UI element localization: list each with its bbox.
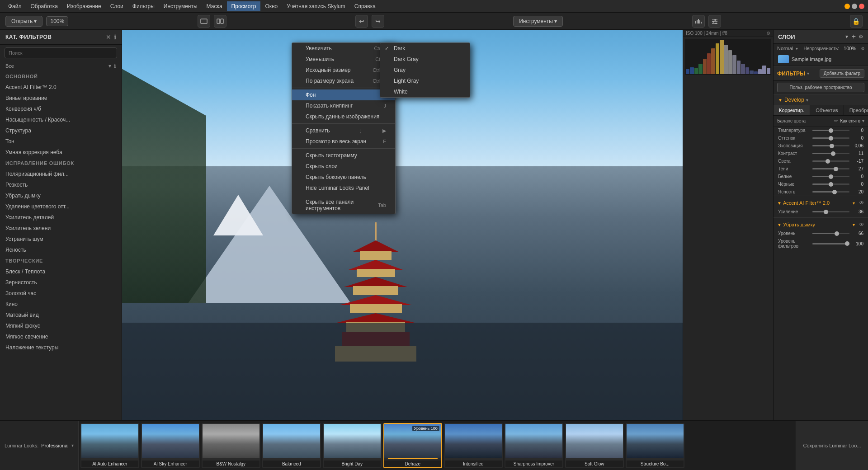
filter-item-grain[interactable]: Зернистость [0, 277, 122, 288]
sliders-icon[interactable] [708, 15, 721, 28]
layer-row[interactable]: Sample image.jpg [774, 53, 868, 66]
opacity-settings-icon[interactable]: ⚙ [861, 46, 865, 51]
filter-category-label[interactable]: Все [5, 63, 14, 69]
filter-item-soft-glow[interactable]: Мягкое свечение [0, 331, 122, 342]
filter-item-saturation[interactable]: Насыщенность / Красоч... [0, 114, 122, 125]
tab-correct[interactable]: Корректир. [774, 105, 810, 115]
accent-expand-icon[interactable]: ▾ [853, 201, 855, 206]
slider-shadows-track[interactable] [812, 168, 849, 169]
accent-filter-header[interactable]: ▼ Accent AI Filter™ 2.0 ▾ 👁 [774, 198, 868, 208]
menu-filtry[interactable]: Фильтры [128, 1, 159, 11]
histogram-settings-icon[interactable]: ⚙ [766, 31, 770, 36]
dehaze-visibility-icon[interactable]: 👁 [859, 221, 864, 228]
filter-catalog-info-icon[interactable]: ℹ [114, 33, 116, 41]
filter-item-sky[interactable]: Умная коррекция неба [0, 147, 122, 158]
menu-show-clipping[interactable]: Показать клиппинг J [292, 100, 395, 111]
filter-item-texture[interactable]: Наложение текстуры [0, 342, 122, 353]
filmstrip-save-button[interactable]: Сохранить Luminar Loo... [796, 421, 868, 470]
filter-item-clarity[interactable]: Ясность [0, 244, 122, 255]
filter-item-vignette[interactable]: Виньетирование [0, 93, 122, 103]
slider-contrast-track[interactable] [812, 153, 849, 154]
menu-okno[interactable]: Окно [260, 1, 282, 11]
tools-button[interactable]: Инструменты ▾ [513, 16, 563, 27]
redo-icon[interactable]: ↪ [372, 15, 384, 28]
slider-blacks-track[interactable] [812, 183, 849, 185]
filmstrip-item-auto-enhancer[interactable]: Al Auto Enhancer [80, 423, 139, 468]
dehaze-filter-level-track[interactable] [812, 243, 849, 244]
filter-category-info-icon[interactable]: ℹ [114, 63, 116, 69]
menu-obrabotka[interactable]: Обработка [26, 1, 63, 11]
fon-dark-gray[interactable]: Dark Gray [380, 54, 470, 65]
menu-prosmotr[interactable]: Просмотр [227, 1, 261, 11]
menu-hide-layers[interactable]: Скрыть слои [292, 161, 395, 172]
slider-temperature-track[interactable] [812, 130, 849, 131]
filter-item-color-remove[interactable]: Удаление цветового отт... [0, 201, 122, 212]
filter-item-sharpness[interactable]: Резкость [0, 179, 122, 190]
filmstrip-item-bw-nostalgy[interactable]: B&W Nostalgy [202, 423, 260, 468]
filmstrip-item-soft-glow[interactable]: Soft Glow [565, 423, 624, 468]
filter-item-glow-warmth[interactable]: Блеск / Теплота [0, 266, 122, 277]
add-filter-button[interactable]: Добавить фильтр [820, 69, 864, 78]
fon-dark[interactable]: Dark [380, 43, 470, 54]
develop-expand-icon[interactable]: ▾ [806, 98, 808, 103]
layers-settings-icon[interactable]: ⚙ [859, 33, 863, 40]
dehaze-expand-icon[interactable]: ▾ [853, 222, 855, 227]
menu-maska[interactable]: Маска [202, 1, 227, 11]
filter-catalog-close-icon[interactable]: ✕ [106, 33, 111, 41]
menu-fullscreen[interactable]: Просмотр во весь экран F [292, 136, 395, 147]
slider-oттенок-track[interactable] [812, 137, 849, 139]
filter-item-accent-ai[interactable]: Accent AI Filter™ 2.0 [0, 82, 122, 93]
filter-item-dehaze[interactable]: Убрать дымку [0, 190, 122, 201]
menu-izobrazhenie[interactable]: Изображение [62, 1, 106, 11]
menu-spravka[interactable]: Справка [350, 1, 380, 11]
filmstrip-item-sharpness[interactable]: Sharpness Improver [505, 423, 563, 468]
filmstrip-item-sky-enhancer[interactable]: Al Sky Enhancer [141, 423, 200, 468]
histogram-icon[interactable] [692, 15, 705, 28]
fon-gray[interactable]: Gray [380, 65, 470, 75]
filter-category-expand-icon[interactable]: ▾ [108, 63, 111, 69]
accent-strength-track[interactable] [812, 211, 849, 212]
window-control-max[interactable] [852, 4, 857, 9]
balance-expand-icon[interactable]: ▾ [862, 118, 864, 123]
fon-light-gray[interactable]: Light Gray [380, 75, 470, 86]
layers-add-icon[interactable]: + [852, 33, 856, 41]
filter-item-cinema[interactable]: Кино [0, 299, 122, 310]
accent-visibility-icon[interactable]: 👁 [859, 200, 864, 206]
zoom-display[interactable]: 100% [46, 16, 68, 26]
filter-item-detail-enhance[interactable]: Усилитель деталей [0, 212, 122, 223]
balance-edit-icon[interactable]: ✏ [834, 118, 838, 124]
filmstrip-active-category[interactable]: Professional [41, 443, 69, 448]
filter-item-denoise[interactable]: Устранить шум [0, 234, 122, 244]
filter-item-matte[interactable]: Матовый вид [0, 310, 122, 320]
slider-clarity-track[interactable] [812, 191, 849, 193]
dehaze-filter-header[interactable]: ▼ Убрать дымку ▾ 👁 [774, 220, 868, 230]
view-single-icon[interactable] [198, 15, 210, 28]
dehaze-level-track[interactable] [812, 233, 849, 234]
filmstrip-item-intensified[interactable]: Intensified [444, 423, 503, 468]
filmstrip-category-arrow-icon[interactable]: ▾ [71, 443, 74, 448]
menu-account[interactable]: Учётная запись Skylum [282, 1, 349, 11]
menu-sloi[interactable]: Слои [106, 1, 128, 11]
filmstrip-item-structure[interactable]: Structure Bo... [626, 423, 684, 468]
menu-instrumenty[interactable]: Инструменты [159, 1, 202, 11]
undo-icon[interactable]: ↩ [355, 15, 368, 28]
filmstrip-item-dehaze[interactable]: Уровень 100 Dehaze [383, 423, 442, 468]
filter-item-green-enhance[interactable]: Усилитель зелени [0, 223, 122, 234]
menu-hide-data[interactable]: Скрыть данные изображения [292, 111, 395, 122]
view-compare-icon[interactable] [214, 15, 226, 28]
filmstrip-item-bright-day[interactable]: Bright Day [323, 423, 382, 468]
workspace-button[interactable]: Польз. рабочее пространство [777, 83, 864, 92]
tab-transform[interactable]: Преобразо... [844, 105, 868, 115]
window-control-min[interactable] [844, 4, 850, 9]
layers-expand-icon[interactable]: ▾ [845, 33, 848, 40]
menu-hide-histogram[interactable]: Скрыть гистограмму [292, 150, 395, 161]
menu-hide-side-panel[interactable]: Скрыть боковую панель [292, 172, 395, 183]
fon-white[interactable]: White [380, 86, 470, 97]
filter-item-tone[interactable]: Тон [0, 136, 122, 147]
menu-hide-all-panels[interactable]: Скрыть все панели инструментов Tab [292, 197, 395, 214]
menu-hide-luminar-looks-panel[interactable]: Hide Luminar Looks Panel [292, 183, 395, 193]
window-control-close[interactable] [859, 4, 864, 9]
tab-lens[interactable]: Объектив [810, 105, 844, 115]
slider-highlights-track[interactable] [812, 160, 849, 162]
slider-exposure-track[interactable] [812, 145, 849, 146]
